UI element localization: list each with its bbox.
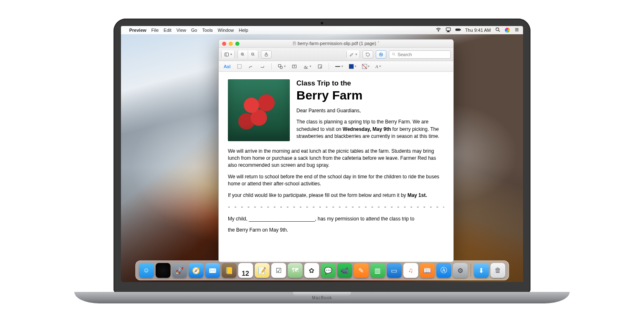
dock-messages[interactable]: 💬 xyxy=(321,263,336,278)
font-button[interactable]: A▾ xyxy=(374,63,383,70)
svg-point-30 xyxy=(280,66,282,69)
dock-finder[interactable]: ☺ xyxy=(139,263,154,278)
dock-keynote[interactable]: ▭ xyxy=(387,263,402,278)
menubar: Preview File Edit View Go Tools Window H… xyxy=(121,26,523,34)
dock-itunes[interactable]: ♫ xyxy=(403,263,418,278)
svg-rect-11 xyxy=(293,42,296,45)
dock-syspref[interactable]: ⚙︎ xyxy=(453,263,468,278)
dock-pages[interactable]: ✎ xyxy=(354,263,369,278)
markup-toggle-button[interactable] xyxy=(376,50,386,59)
doc-slip-line2: the Berry Farm on May 9th. xyxy=(228,227,444,234)
note-button[interactable] xyxy=(315,63,324,70)
text-style-button[interactable]: AaI xyxy=(222,63,232,70)
search-input[interactable] xyxy=(398,52,448,57)
dock-notes[interactable]: 📝 xyxy=(255,263,270,278)
text-box-button[interactable] xyxy=(290,63,299,70)
rotate-button[interactable] xyxy=(362,50,373,59)
svg-rect-5 xyxy=(460,29,461,30)
spotlight-icon[interactable] xyxy=(495,27,501,33)
svg-point-26 xyxy=(393,53,395,55)
window-titlebar[interactable]: berry-farm-permission-slip.pdf (1 page) … xyxy=(219,40,453,48)
sketch-tool-button[interactable] xyxy=(246,63,256,70)
dock-mail[interactable]: ✉️ xyxy=(205,263,220,278)
fill-color-button[interactable]: ▾ xyxy=(360,63,371,70)
window-minimize-button[interactable] xyxy=(229,42,233,46)
menu-go[interactable]: Go xyxy=(191,28,197,33)
doc-kicker: Class Trip to the xyxy=(296,79,444,88)
preview-window: berry-farm-permission-slip.pdf (1 page) … xyxy=(218,39,454,262)
pdf-document[interactable]: Class Trip to the Berry Farm Dear Parent… xyxy=(219,72,453,262)
doc-intro: The class is planning a spring trip to t… xyxy=(296,118,444,140)
doc-p3: We will return to school before the end … xyxy=(228,173,444,188)
zoom-out-button[interactable] xyxy=(248,50,258,59)
dock: ☺ 🚀 🧭 ✉️ 📒 APR12 📝 ☑︎ 🗺 ✿ 💬 xyxy=(135,260,509,280)
airplay-icon[interactable] xyxy=(445,27,451,33)
sign-button[interactable]: ▾ xyxy=(301,63,313,70)
svg-rect-1 xyxy=(446,28,450,31)
markup-toolbar: AaI ▾ xyxy=(219,61,453,72)
window-close-button[interactable] xyxy=(222,42,226,46)
shapes-button[interactable]: ▾ xyxy=(276,63,287,70)
window-title: berry-farm-permission-slip.pdf (1 page) … xyxy=(219,41,453,46)
strawberry-photo xyxy=(228,79,290,141)
dock-separator xyxy=(471,264,471,277)
webcam xyxy=(321,22,323,24)
svg-rect-28 xyxy=(237,64,241,68)
dock-ibooks[interactable]: 📖 xyxy=(420,263,435,278)
svg-line-27 xyxy=(394,55,395,56)
zoom-in-button[interactable] xyxy=(238,50,248,59)
share-button[interactable] xyxy=(261,50,272,59)
dock-trash[interactable]: 🗑 xyxy=(490,263,505,278)
app-menu[interactable]: Preview xyxy=(129,28,147,33)
menu-help[interactable]: Help xyxy=(239,28,248,33)
notification-center-icon[interactable] xyxy=(514,27,520,33)
dock-appstore[interactable]: Ⓐ xyxy=(436,263,451,278)
draw-tool-button[interactable] xyxy=(258,63,267,70)
svg-point-0 xyxy=(438,31,438,31)
border-style-button[interactable]: ▾ xyxy=(333,63,345,70)
menubar-clock[interactable]: Thu 9:41 AM xyxy=(465,28,491,33)
doc-title: Berry Farm xyxy=(296,88,444,102)
border-color-button[interactable]: ▾ xyxy=(347,63,358,70)
laptop-base: MacBook xyxy=(74,292,570,303)
dock-downloads[interactable]: ⬇︎ xyxy=(474,263,489,278)
menu-file[interactable]: File xyxy=(152,28,159,33)
dock-calendar[interactable]: APR12 xyxy=(238,263,253,278)
svg-point-6 xyxy=(496,28,499,31)
dock-photos[interactable]: ✿ xyxy=(304,263,319,278)
sidebar-view-button[interactable]: ▾ xyxy=(222,50,234,59)
doc-slip-line1: My child, ________________________, has … xyxy=(228,215,444,223)
dock-siri[interactable] xyxy=(156,263,170,278)
doc-greeting: Dear Parents and Guardians, xyxy=(296,107,444,114)
highlight-button[interactable]: ▾ xyxy=(347,50,360,59)
menu-tools[interactable]: Tools xyxy=(202,28,213,33)
dock-reminders[interactable]: ☑︎ xyxy=(271,263,286,278)
menu-edit[interactable]: Edit xyxy=(163,28,171,33)
doc-p4: If your child would like to participate,… xyxy=(228,192,444,199)
siri-icon[interactable] xyxy=(505,28,510,33)
svg-line-21 xyxy=(254,55,255,56)
dock-launchpad[interactable]: 🚀 xyxy=(172,263,187,278)
svg-line-7 xyxy=(499,31,500,32)
svg-rect-14 xyxy=(225,53,229,56)
svg-rect-35 xyxy=(318,64,321,68)
window-toolbar: ▾ xyxy=(219,48,453,61)
menu-view[interactable]: View xyxy=(176,28,186,33)
doc-cutline: - - - - - - - - - - - - - - - - - - - - … xyxy=(228,203,444,211)
dock-safari[interactable]: 🧭 xyxy=(189,263,204,278)
battery-icon[interactable] xyxy=(455,27,461,33)
wifi-icon[interactable] xyxy=(436,27,441,33)
doc-p2: We will arrive in the morning and eat lu… xyxy=(228,148,444,169)
dock-maps[interactable]: 🗺 xyxy=(288,263,303,278)
dock-numbers[interactable]: ▥ xyxy=(370,263,385,278)
dock-facetime[interactable]: 📹 xyxy=(337,263,352,278)
window-zoom-button[interactable] xyxy=(235,42,239,46)
selection-tool-button[interactable] xyxy=(235,63,244,70)
svg-rect-4 xyxy=(456,29,459,31)
toolbar-search[interactable] xyxy=(389,50,451,59)
svg-line-17 xyxy=(244,55,244,56)
menu-window[interactable]: Window xyxy=(218,28,234,33)
laptop-model-label: MacBook xyxy=(312,296,332,300)
dock-contacts[interactable]: 📒 xyxy=(222,263,237,278)
